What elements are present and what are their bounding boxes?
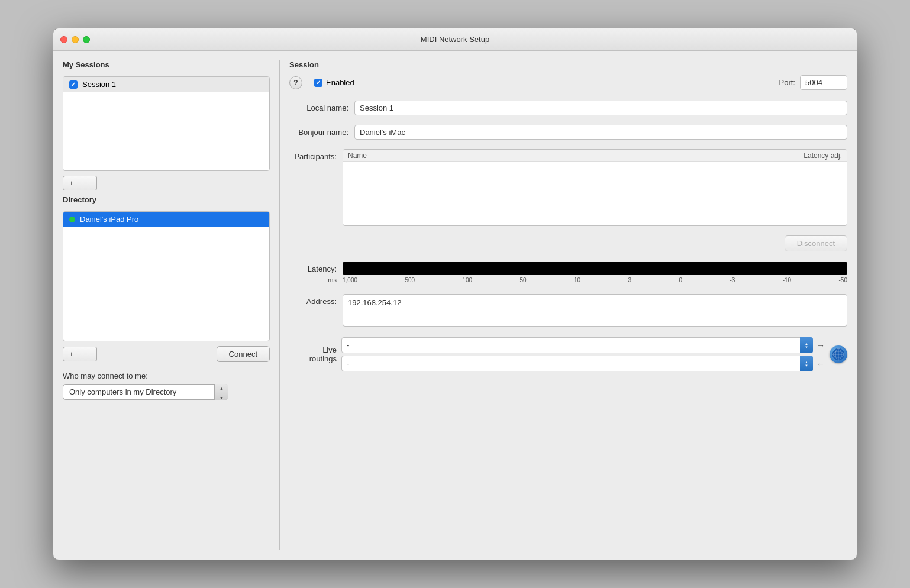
who-connect-section: Who may connect to me: Only computers in…: [63, 371, 270, 400]
scale-1000: 1,000: [343, 277, 357, 283]
my-sessions-label: My Sessions: [63, 60, 270, 69]
sessions-btn-group: + −: [63, 176, 270, 190]
minimize-button[interactable]: [72, 36, 79, 43]
bonjour-name-label: Bonjour name:: [289, 128, 348, 137]
participants-label: Participants:: [289, 149, 337, 161]
scale-neg50: -50: [839, 277, 847, 283]
scale-100: 100: [462, 277, 472, 283]
address-box: 192.168.254.12: [343, 294, 847, 327]
scale-500: 500: [405, 277, 415, 283]
live-routings-container: Live routings - →: [289, 337, 847, 371]
left-panel: My Sessions ✓ Session 1 + − Directory Da…: [63, 60, 270, 550]
who-connect-select[interactable]: Only computers in my Directory: [63, 384, 228, 400]
routings-label: routings: [309, 354, 337, 363]
routing-in-select[interactable]: -: [341, 356, 813, 371]
scale-0: 0: [679, 277, 682, 283]
routing-out-row: - →: [341, 337, 825, 353]
latency-section: Latency: ms 1,000 500 100 50 10 3 0 -3 -…: [289, 262, 847, 283]
right-panel: Session ? ✓ Enabled Port: Local name:: [289, 60, 847, 550]
titlebar: MIDI Network Setup: [53, 28, 857, 51]
traffic-lights: [60, 36, 90, 43]
scale-3: 3: [628, 277, 632, 283]
close-button[interactable]: [60, 36, 67, 43]
stepper-down-icon: [220, 392, 224, 401]
address-section: Address: 192.168.254.12: [289, 294, 847, 327]
scale-neg10: -10: [783, 277, 791, 283]
routing-out-select[interactable]: -: [341, 337, 813, 353]
routing-in-row: - ←: [341, 356, 825, 371]
top-controls: ? ✓ Enabled Port:: [289, 75, 847, 90]
in-arrow-icon: ←: [817, 359, 825, 369]
remove-session-button[interactable]: −: [80, 176, 98, 190]
local-name-label: Local name:: [289, 104, 348, 112]
bonjour-name-row: Bonjour name:: [289, 125, 847, 140]
local-name-row: Local name:: [289, 101, 847, 115]
routing-in-wrapper: -: [341, 356, 813, 371]
help-button[interactable]: ?: [289, 76, 302, 89]
session-section-label: Session: [289, 60, 847, 69]
latency-label: Latency:: [289, 264, 337, 273]
directory-list: Daniel's iPad Pro: [63, 211, 270, 341]
participants-table: Name Latency adj.: [343, 149, 847, 226]
directory-item-name: Daniel's iPad Pro: [80, 215, 138, 224]
session-name: Session 1: [82, 80, 116, 89]
address-label: Address:: [289, 294, 337, 306]
sessions-list: ✓ Session 1: [63, 76, 270, 171]
port-input[interactable]: [800, 75, 847, 90]
latency-bar: [343, 262, 847, 275]
add-session-button[interactable]: +: [63, 176, 80, 190]
routing-out-wrapper: -: [341, 337, 813, 353]
who-connect-label: Who may connect to me:: [63, 371, 270, 380]
who-connect-select-wrapper: Only computers in my Directory: [63, 384, 228, 400]
live-routings-labels: Live routings: [289, 345, 337, 363]
window-title: MIDI Network Setup: [421, 35, 489, 44]
add-directory-button[interactable]: +: [63, 347, 80, 361]
session-list-item[interactable]: ✓ Session 1: [63, 77, 269, 92]
participants-container: Participants: Name Latency adj.: [289, 149, 847, 226]
remove-directory-button[interactable]: −: [80, 347, 98, 361]
scale-10: 10: [574, 277, 580, 283]
panel-divider: [279, 60, 280, 550]
enabled-row: ✓ Enabled: [314, 78, 354, 87]
latency-scale: 1,000 500 100 50 10 3 0 -3 -10 -50: [337, 277, 847, 283]
out-arrow-icon: →: [817, 341, 825, 350]
directory-list-item[interactable]: Daniel's iPad Pro: [63, 212, 269, 227]
stepper-up-icon: [220, 383, 224, 392]
directory-controls: + − Connect: [63, 346, 270, 362]
disconnect-row: Disconnect: [289, 235, 847, 251]
scale-50: 50: [520, 277, 527, 283]
routing-selects: - → - ←: [341, 337, 825, 371]
local-name-input[interactable]: [354, 101, 847, 115]
network-globe-icon[interactable]: [830, 345, 847, 363]
connect-button[interactable]: Connect: [217, 346, 270, 362]
address-value: 192.168.254.12: [348, 298, 842, 307]
routing-out-stepper[interactable]: [800, 337, 813, 353]
disconnect-button: Disconnect: [785, 235, 847, 251]
main-window: MIDI Network Setup My Sessions ✓ Session…: [53, 28, 857, 560]
session-checkbox[interactable]: ✓: [69, 80, 78, 89]
enabled-label: Enabled: [326, 78, 354, 87]
port-row: Port:: [779, 75, 847, 90]
main-content: My Sessions ✓ Session 1 + − Directory Da…: [53, 51, 857, 560]
online-indicator: [69, 217, 75, 222]
latency-column-header: Latency adj.: [783, 151, 842, 160]
ms-label: ms: [289, 276, 337, 283]
scale-neg3: -3: [730, 277, 735, 283]
port-label: Port:: [779, 78, 795, 87]
directory-label: Directory: [63, 195, 270, 204]
enabled-checkbox[interactable]: ✓: [314, 79, 322, 87]
name-column-header: Name: [348, 151, 783, 160]
directory-btn-group: + −: [63, 347, 97, 361]
routing-in-stepper[interactable]: [800, 356, 813, 371]
maximize-button[interactable]: [83, 36, 90, 43]
bonjour-name-input[interactable]: [354, 125, 847, 140]
latency-row: Latency:: [289, 262, 847, 275]
table-header: Name Latency adj.: [343, 150, 847, 162]
live-label: Live: [309, 345, 337, 354]
who-connect-stepper[interactable]: [214, 384, 228, 400]
